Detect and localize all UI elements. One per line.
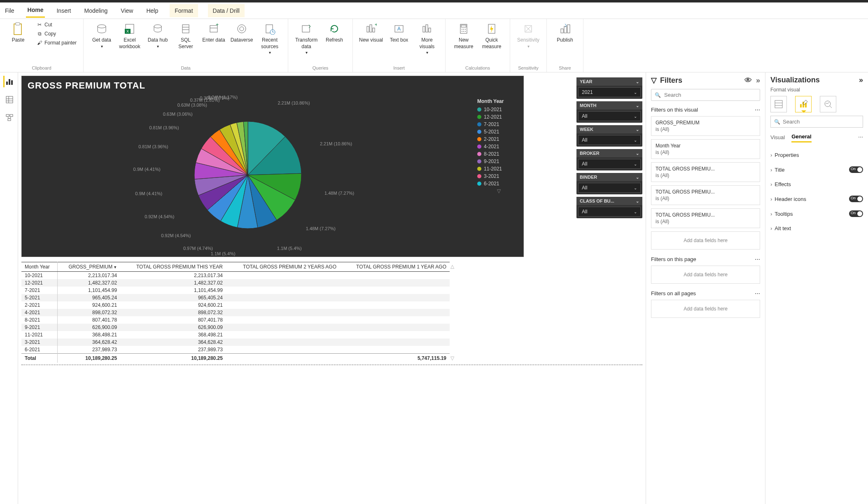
viz-search-input[interactable]: [783, 119, 859, 125]
slicer[interactable]: BINDER⌄All⌄: [576, 173, 642, 194]
add-fields-visual[interactable]: Add data fields here: [651, 231, 760, 250]
dataverse-button[interactable]: Dataverse: [229, 21, 255, 45]
add-fields-all[interactable]: Add data fields here: [651, 300, 760, 318]
section-more-icon[interactable]: ⋯: [755, 256, 760, 262]
slicer[interactable]: YEAR⌄2021⌄: [576, 77, 642, 99]
chevron-down-icon[interactable]: ⌄: [636, 79, 639, 84]
format-property-row[interactable]: ›Effects: [770, 177, 863, 191]
filters-search-input[interactable]: [664, 92, 756, 98]
new-measure-button[interactable]: New measure: [450, 21, 477, 51]
eye-icon[interactable]: 👁: [744, 76, 752, 85]
menu-help[interactable]: Help: [145, 4, 160, 17]
legend-item[interactable]: 10-2021: [477, 107, 520, 112]
table-row[interactable]: 10-20212,213,017.342,213,017.34: [21, 272, 450, 280]
slicer-dropdown[interactable]: All⌄: [578, 207, 641, 217]
slicer[interactable]: BROKER⌄All⌄: [576, 149, 642, 170]
menu-view[interactable]: View: [119, 4, 135, 17]
format-painter-button[interactable]: 🖌Format painter: [35, 39, 78, 47]
legend-item[interactable]: 7-2021: [477, 121, 520, 127]
chevron-down-icon[interactable]: ⌄: [636, 199, 639, 203]
toggle-switch[interactable]: On: [849, 210, 863, 217]
slicer[interactable]: CLASS OF BU...⌄All⌄: [576, 197, 642, 218]
format-property-row[interactable]: ›Header iconsOn: [770, 191, 863, 206]
publish-button[interactable]: Publish: [552, 21, 578, 45]
table-row[interactable]: 5-2021965,405.24965,405.24: [21, 294, 450, 301]
legend-item[interactable]: 12-2021: [477, 114, 520, 120]
chevron-down-icon[interactable]: ⌄: [636, 175, 639, 180]
table-row[interactable]: 9-2021626,900.09626,900.09: [21, 324, 450, 331]
data-view-button[interactable]: [3, 94, 15, 105]
model-view-button[interactable]: [3, 112, 15, 124]
filter-card[interactable]: TOTAL GROSS PREMIU...is (All): [651, 162, 760, 182]
table-row[interactable]: 4-2021898,072.32898,072.32: [21, 309, 450, 316]
copy-button[interactable]: ⧉Copy: [35, 30, 78, 38]
table-row[interactable]: 3-2021364,628.42364,628.42: [21, 338, 450, 346]
legend-scroll-down-icon[interactable]: ▽: [477, 188, 520, 194]
legend-item[interactable]: 5-2021: [477, 129, 520, 135]
slicer-dropdown[interactable]: 2021⌄: [578, 87, 641, 97]
quick-measure-button[interactable]: Quick measure: [478, 21, 505, 51]
cut-button[interactable]: ✂Cut: [35, 21, 78, 29]
tab-general[interactable]: General: [791, 132, 811, 142]
report-view-button[interactable]: [3, 76, 15, 87]
text-box-button[interactable]: AText box: [386, 21, 412, 45]
format-property-row[interactable]: ›TooltipsOn: [770, 206, 863, 221]
slicer-dropdown[interactable]: All⌄: [578, 111, 641, 121]
legend-item[interactable]: 6-2021: [477, 181, 520, 187]
toggle-switch[interactable]: On: [849, 166, 863, 173]
table-column-header[interactable]: GROSS_PREMIUM▼: [58, 262, 120, 272]
toggle-switch[interactable]: On: [849, 196, 863, 202]
table-row[interactable]: 6-2021237,989.73237,989.73: [21, 346, 450, 354]
collapse-pane-icon[interactable]: »: [756, 76, 760, 85]
get-data-button[interactable]: Get data▾: [89, 21, 115, 51]
collapse-viz-pane-icon[interactable]: »: [859, 76, 863, 84]
format-property-row[interactable]: ›Properties: [770, 148, 863, 162]
data-hub-button[interactable]: Data hub▾: [145, 21, 171, 51]
build-visual-tab[interactable]: [770, 96, 787, 112]
filter-card[interactable]: TOTAL GROSS PREMIU...is (All): [651, 208, 760, 228]
transform-data-button[interactable]: Transform data▾: [293, 21, 320, 57]
table-scrollbar[interactable]: △▽: [450, 262, 455, 363]
filter-card[interactable]: GROSS_PREMIUMis (All): [651, 116, 760, 136]
menu-format[interactable]: Format: [170, 4, 198, 17]
filters-search[interactable]: 🔍: [651, 89, 760, 101]
table-column-header[interactable]: TOTAL GROSS PREMIUM 1 YEAR AGO: [340, 262, 450, 272]
analytics-tab[interactable]: [820, 96, 836, 112]
slicer[interactable]: MONTH⌄All⌄: [576, 101, 642, 123]
menu-file[interactable]: File: [3, 4, 16, 17]
filter-card[interactable]: Month Yearis (All): [651, 139, 760, 159]
refresh-button[interactable]: Refresh: [321, 21, 348, 45]
table-row[interactable]: 11-2021368,498.21368,498.21: [21, 331, 450, 338]
table-row[interactable]: 7-20211,101,454.991,101,454.99: [21, 287, 450, 294]
enter-data-button[interactable]: +Enter data: [201, 21, 227, 45]
new-visual-button[interactable]: +New visual: [358, 21, 384, 45]
menu-insert[interactable]: Insert: [55, 4, 72, 17]
paste-button[interactable]: Paste: [5, 21, 31, 45]
legend-item[interactable]: 8-2021: [477, 151, 520, 157]
sql-server-button[interactable]: SQL Server: [173, 21, 199, 51]
legend-item[interactable]: 11-2021: [477, 166, 520, 172]
format-property-row[interactable]: ›Alt text: [770, 221, 863, 236]
table-column-header[interactable]: TOTAL GROSS PREMIUM 2 YEARS AGO: [226, 262, 340, 272]
table-visual[interactable]: Month YearGROSS_PREMIUM▼TOTAL GROSS PREM…: [21, 262, 642, 365]
table-column-header[interactable]: TOTAL GROSS PREMIUM THIS YEAR: [120, 262, 226, 272]
tab-more-icon[interactable]: ⋯: [858, 134, 863, 140]
chevron-down-icon[interactable]: ⌄: [636, 103, 639, 108]
legend-item[interactable]: 3-2021: [477, 173, 520, 179]
pie-chart-visual[interactable]: GROSS PREMIUM TOTAL 2.21M (10.86%)2.21M …: [21, 76, 524, 257]
legend-item[interactable]: 4-2021: [477, 144, 520, 149]
format-visual-tab[interactable]: [795, 96, 812, 112]
add-fields-page[interactable]: Add data fields here: [651, 266, 760, 284]
tab-visual[interactable]: Visual: [770, 133, 785, 142]
viz-search[interactable]: 🔍: [770, 116, 863, 128]
recent-sources-button[interactable]: Recent sources▾: [257, 21, 283, 57]
table-row[interactable]: 2-2021924,600.21924,600.21: [21, 301, 450, 309]
format-property-row[interactable]: ›TitleOn: [770, 162, 863, 177]
legend-item[interactable]: 9-2021: [477, 159, 520, 164]
chevron-down-icon[interactable]: ⌄: [636, 127, 639, 132]
slicer[interactable]: WEEK⌄All⌄: [576, 125, 642, 147]
menu-home[interactable]: Home: [26, 3, 45, 18]
slicer-dropdown[interactable]: All⌄: [578, 135, 641, 145]
slicer-dropdown[interactable]: All⌄: [578, 159, 641, 169]
filter-card[interactable]: TOTAL GROSS PREMIU...is (All): [651, 185, 760, 205]
